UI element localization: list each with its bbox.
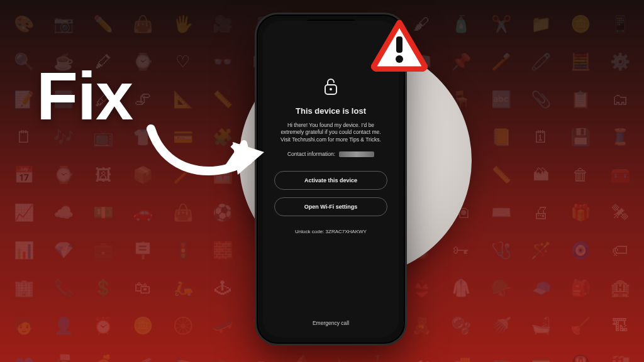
lost-title: This device is lost (296, 106, 366, 116)
thumbnail-canvas: 🎨📷✏️👜🖐🎥🎵💄🔑📎🖌🧴✂️📁🪙📱 🔍☕🖍⌚♡👓✉️💡🔒🔔📖📌🪥🧷🧮⚙️ 📝🔤… (0, 0, 644, 362)
svg-marker-2 (233, 142, 264, 175)
open-wifi-settings-label: Open Wi-Fi settings (304, 204, 357, 210)
activate-device-label: Activate this device (304, 177, 357, 184)
svg-rect-3 (396, 36, 402, 53)
activate-device-button[interactable]: Activate this device (274, 171, 387, 190)
unlock-icon (323, 77, 339, 99)
contact-label: Contact information: (287, 151, 335, 157)
fix-heading: Fix (36, 57, 133, 135)
svg-point-4 (396, 55, 403, 63)
emergency-call-link[interactable]: Emergency call (313, 320, 349, 329)
open-wifi-settings-button[interactable]: Open Wi-Fi settings (274, 197, 387, 216)
lost-message: Hi there! You found my device. I'd be ex… (274, 122, 387, 143)
arrow-icon (138, 113, 277, 189)
emergency-call-label: Emergency call (313, 320, 349, 326)
svg-point-1 (330, 88, 332, 90)
contact-info-row: Contact information: (287, 151, 374, 157)
contact-value-redacted (339, 151, 374, 157)
unlock-code-text: Unlock code: 3ZRAC7XHAKWY (295, 229, 367, 234)
warning-icon (371, 20, 428, 72)
